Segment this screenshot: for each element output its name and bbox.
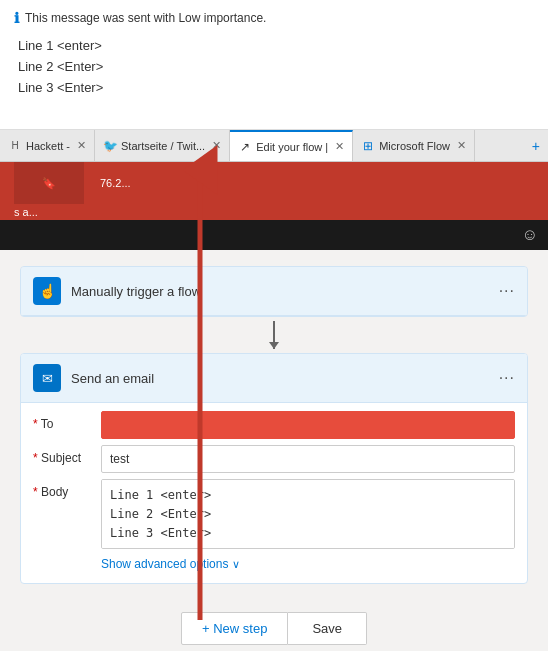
info-icon: ℹ <box>14 10 19 26</box>
flow-editor: ☝ Manually trigger a flow ··· ✉ Send an … <box>0 250 548 600</box>
save-button[interactable]: Save <box>288 612 367 645</box>
trigger-step-menu[interactable]: ··· <box>499 282 515 300</box>
body-textarea[interactable]: Line 1 <enter> Line 2 <Enter> Line 3 <En… <box>101 479 515 549</box>
trigger-step: ☝ Manually trigger a flow ··· <box>20 266 528 317</box>
flow-tab-close[interactable]: ✕ <box>335 140 344 153</box>
email-step: ✉ Send an email ··· To Subject Body <box>20 353 528 584</box>
error-left-text: 🔖 <box>42 177 56 190</box>
email-line-2: Line 2 <Enter> <box>18 57 534 78</box>
email-step-icon: ✉ <box>33 364 61 392</box>
subject-input[interactable] <box>101 445 515 473</box>
hackett-favicon: H <box>8 139 22 153</box>
trigger-step-title: Manually trigger a flow <box>71 284 489 299</box>
error-bar-right: 76.2... <box>94 177 534 189</box>
info-text: This message was sent with Low importanc… <box>25 11 266 25</box>
hackett-tab-label: Hackett - <box>26 140 70 152</box>
to-label: To <box>33 411 93 431</box>
advanced-options[interactable]: Show advanced options ∨ <box>33 557 515 571</box>
flow-tab-label: Edit your flow | <box>256 141 328 153</box>
error-bar: 🔖 76.2... <box>0 162 548 204</box>
msflow-favicon: ⊞ <box>361 139 375 153</box>
new-tab-icon[interactable]: + <box>524 138 548 154</box>
tab-msflow[interactable]: ⊞ Microsoft Flow ✕ <box>353 130 475 161</box>
flow-favicon: ↗ <box>238 140 252 154</box>
error-right-text: 76.2... <box>100 177 534 189</box>
trigger-step-header: ☝ Manually trigger a flow ··· <box>21 267 527 316</box>
black-bar: ☺ <box>0 220 548 250</box>
tab-twitter[interactable]: 🐦 Startseite / Twit... ✕ <box>95 130 230 161</box>
arrow-down <box>273 321 275 349</box>
tab-hackett[interactable]: H Hackett - ✕ <box>0 130 95 161</box>
twitter-favicon: 🐦 <box>103 139 117 153</box>
new-step-label: + New step <box>202 621 267 636</box>
error-section: 🔖 76.2... s a... <box>0 162 548 220</box>
twitter-tab-close[interactable]: ✕ <box>212 139 221 152</box>
subject-field-row: Subject <box>33 445 515 473</box>
chevron-down-icon: ∨ <box>232 558 240 571</box>
advanced-options-text: Show advanced options <box>101 557 228 571</box>
msflow-tab-label: Microsoft Flow <box>379 140 450 152</box>
arrow-connector <box>20 317 528 353</box>
new-step-button[interactable]: + New step <box>181 612 288 645</box>
to-input[interactable] <box>101 411 515 439</box>
email-line-3: Line 3 <Enter> <box>18 78 534 99</box>
email-icon-glyph: ✉ <box>42 371 53 386</box>
error-sub-bar: s a... <box>0 204 548 220</box>
trigger-icon-glyph: ☝ <box>39 283 56 299</box>
email-body-lines: Line 1 <enter> Line 2 <Enter> Line 3 <En… <box>14 36 534 98</box>
msflow-tab-close[interactable]: ✕ <box>457 139 466 152</box>
save-label: Save <box>312 621 342 636</box>
body-field-row: Body Line 1 <enter> Line 2 <Enter> Line … <box>33 479 515 549</box>
email-preview-panel: ℹ This message was sent with Low importa… <box>0 0 548 130</box>
tab-flow[interactable]: ↗ Edit your flow | ✕ <box>230 130 353 161</box>
trigger-step-icon: ☝ <box>33 277 61 305</box>
error-sub-text: s a... <box>14 206 38 218</box>
twitter-tab-label: Startseite / Twit... <box>121 140 205 152</box>
hackett-tab-close[interactable]: ✕ <box>77 139 86 152</box>
info-banner: ℹ This message was sent with Low importa… <box>14 10 534 26</box>
email-step-header: ✉ Send an email ··· <box>21 354 527 403</box>
body-label: Body <box>33 479 93 499</box>
email-line-1: Line 1 <enter> <box>18 36 534 57</box>
subject-label: Subject <box>33 445 93 465</box>
email-step-menu[interactable]: ··· <box>499 369 515 387</box>
to-field-row: To <box>33 411 515 439</box>
error-bar-left: 🔖 <box>14 162 84 204</box>
email-step-body: To Subject Body Line 1 <enter> Line 2 <E… <box>21 403 527 583</box>
bottom-action-bar: + New step Save <box>0 600 548 651</box>
email-step-title: Send an email <box>71 371 489 386</box>
browser-tabs-bar: H Hackett - ✕ 🐦 Startseite / Twit... ✕ ↗… <box>0 130 548 162</box>
smiley-icon: ☺ <box>522 226 538 244</box>
